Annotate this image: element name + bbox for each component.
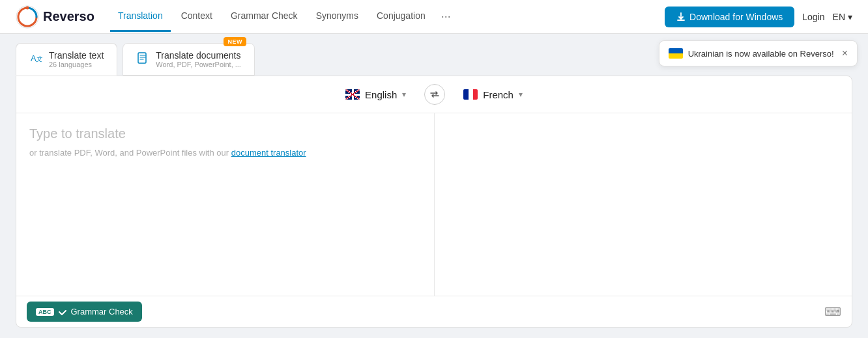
header-lang-selector[interactable]: EN ▾: [833, 12, 852, 22]
swap-icon: [430, 90, 439, 99]
translation-panels: Type to translate or translate PDF, Word…: [16, 113, 852, 296]
source-language-label: English: [365, 89, 397, 100]
target-chevron-icon: ▾: [519, 90, 523, 99]
translate-card: English ▾ French ▾: [16, 76, 852, 328]
notification-banner: Ukrainian is now available on Reverso! ×: [659, 40, 858, 66]
uk-flag-icon: [345, 89, 360, 100]
source-chevron-icon: ▾: [402, 90, 406, 99]
logo-text: Reverso: [43, 9, 94, 24]
grammar-check-button[interactable]: ABC Grammar Check: [27, 302, 142, 322]
logo[interactable]: Reverso: [16, 5, 94, 29]
keyboard-icon[interactable]: ⌨: [824, 305, 841, 319]
translate-docs-icon: [136, 51, 149, 68]
chevron-down-icon: ▾: [848, 12, 852, 22]
nav-more-button[interactable]: ···: [436, 10, 456, 23]
main-nav: Translation Context Grammar Check Synony…: [110, 1, 659, 32]
translate-text-icon: A 文: [29, 51, 42, 68]
nav-item-translation[interactable]: Translation: [110, 1, 171, 32]
nav-item-conjugation[interactable]: Conjugation: [369, 1, 433, 32]
checkmark-icon: [58, 307, 67, 317]
tab-translate-text[interactable]: A 文 Translate text 26 languages: [16, 43, 117, 76]
header-right: Download for Windows Login EN ▾: [665, 7, 852, 27]
nav-item-synonyms[interactable]: Synonyms: [308, 1, 366, 32]
target-panel: [435, 113, 852, 296]
ukraine-flag-icon: [669, 48, 683, 59]
source-language-selector[interactable]: English ▾: [332, 85, 419, 104]
notification-close-button[interactable]: ×: [842, 48, 848, 59]
svg-point-1: [26, 6, 29, 9]
tab-translate-docs-info: Translate documents Word, PDF, PowerPoin…: [156, 50, 241, 68]
tabs-bar: A 文 Translate text 26 languages NEW Tran…: [0, 34, 868, 76]
svg-rect-4: [138, 53, 146, 63]
nav-item-context[interactable]: Context: [173, 1, 220, 32]
fr-flag-icon: [463, 89, 478, 100]
download-icon: [676, 12, 686, 21]
target-language-selector[interactable]: French ▾: [450, 85, 536, 104]
svg-text:文: 文: [36, 55, 42, 63]
swap-languages-button[interactable]: [424, 84, 445, 105]
tab-translate-docs[interactable]: NEW Translate documents Word, PDF, Power…: [123, 43, 255, 76]
main-area: English ▾ French ▾: [0, 76, 868, 338]
abc-icon: ABC: [36, 308, 54, 316]
reverso-logo-icon: [16, 5, 39, 29]
new-badge: NEW: [224, 37, 246, 46]
login-button[interactable]: Login: [802, 12, 824, 22]
target-language-label: French: [483, 89, 514, 100]
language-bar: English ▾ French ▾: [16, 76, 852, 113]
panel-footer: ABC Grammar Check ⌨: [16, 296, 852, 327]
tab-translate-text-info: Translate text 26 languages: [49, 50, 104, 68]
download-button[interactable]: Download for Windows: [665, 7, 794, 27]
source-panel: Type to translate or translate PDF, Word…: [16, 113, 435, 296]
nav-item-grammar-check[interactable]: Grammar Check: [223, 1, 306, 32]
